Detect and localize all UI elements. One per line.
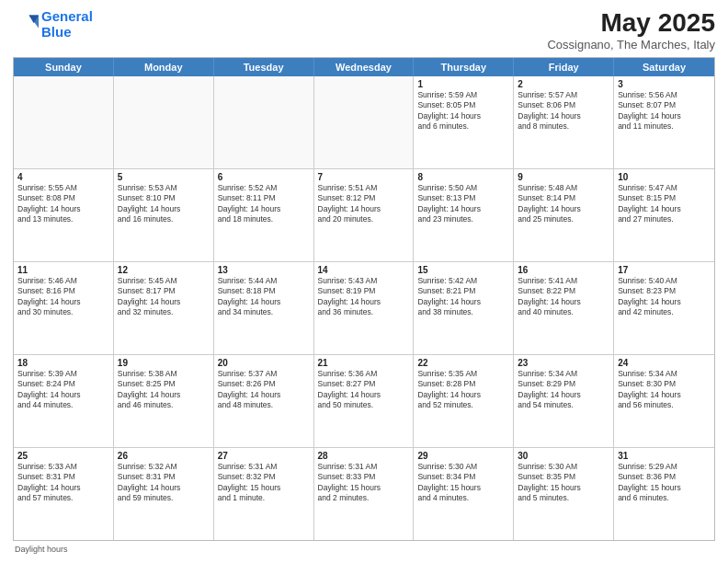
day-info: Sunrise: 5:52 AM Sunset: 8:11 PM Dayligh… bbox=[218, 183, 310, 225]
day-cell: 14Sunrise: 5:43 AM Sunset: 8:19 PM Dayli… bbox=[314, 262, 415, 354]
day-number: 29 bbox=[417, 451, 509, 461]
day-cell: 12Sunrise: 5:45 AM Sunset: 8:17 PM Dayli… bbox=[114, 262, 214, 354]
day-info: Sunrise: 5:36 AM Sunset: 8:27 PM Dayligh… bbox=[318, 369, 410, 411]
day-info: Sunrise: 5:43 AM Sunset: 8:19 PM Dayligh… bbox=[318, 276, 410, 318]
week-row-1: 4Sunrise: 5:55 AM Sunset: 8:08 PM Daylig… bbox=[14, 168, 714, 261]
day-number: 30 bbox=[518, 451, 609, 461]
day-info: Sunrise: 5:47 AM Sunset: 8:15 PM Dayligh… bbox=[618, 183, 711, 225]
page: GeneralBlue May 2025 Cossignano, The Mar… bbox=[0, 0, 728, 563]
day-info: Sunrise: 5:34 AM Sunset: 8:29 PM Dayligh… bbox=[518, 369, 609, 411]
day-headers: SundayMondayTuesdayWednesdayThursdayFrid… bbox=[14, 58, 714, 76]
day-number: 13 bbox=[218, 265, 310, 275]
subtitle: Cossignano, The Marches, Italy bbox=[547, 38, 715, 52]
day-info: Sunrise: 5:30 AM Sunset: 8:35 PM Dayligh… bbox=[518, 462, 609, 504]
day-number: 19 bbox=[118, 358, 210, 368]
day-cell: 24Sunrise: 5:34 AM Sunset: 8:30 PM Dayli… bbox=[614, 355, 714, 447]
day-cell: 15Sunrise: 5:42 AM Sunset: 8:21 PM Dayli… bbox=[414, 262, 514, 354]
day-cell bbox=[314, 76, 415, 168]
day-header-wednesday: Wednesday bbox=[314, 58, 415, 76]
footer: Daylight hours bbox=[13, 545, 715, 554]
day-info: Sunrise: 5:31 AM Sunset: 8:33 PM Dayligh… bbox=[318, 462, 410, 504]
day-info: Sunrise: 5:31 AM Sunset: 8:32 PM Dayligh… bbox=[218, 462, 310, 504]
day-number: 8 bbox=[417, 172, 509, 182]
day-info: Sunrise: 5:50 AM Sunset: 8:13 PM Dayligh… bbox=[417, 183, 509, 225]
day-info: Sunrise: 5:44 AM Sunset: 8:18 PM Dayligh… bbox=[218, 276, 310, 318]
day-number: 15 bbox=[417, 265, 509, 275]
title-block: May 2025 Cossignano, The Marches, Italy bbox=[547, 9, 715, 52]
day-cell: 16Sunrise: 5:41 AM Sunset: 8:22 PM Dayli… bbox=[514, 262, 614, 354]
week-row-2: 11Sunrise: 5:46 AM Sunset: 8:16 PM Dayli… bbox=[14, 261, 714, 354]
day-cell: 20Sunrise: 5:37 AM Sunset: 8:26 PM Dayli… bbox=[214, 355, 314, 447]
day-info: Sunrise: 5:34 AM Sunset: 8:30 PM Dayligh… bbox=[618, 369, 711, 411]
day-cell: 5Sunrise: 5:53 AM Sunset: 8:10 PM Daylig… bbox=[114, 169, 214, 261]
week-row-0: 1Sunrise: 5:59 AM Sunset: 8:05 PM Daylig… bbox=[14, 76, 714, 168]
day-cell: 19Sunrise: 5:38 AM Sunset: 8:25 PM Dayli… bbox=[114, 355, 214, 447]
day-header-sunday: Sunday bbox=[14, 58, 114, 76]
day-info: Sunrise: 5:37 AM Sunset: 8:26 PM Dayligh… bbox=[218, 369, 310, 411]
day-cell: 7Sunrise: 5:51 AM Sunset: 8:12 PM Daylig… bbox=[314, 169, 415, 261]
day-info: Sunrise: 5:53 AM Sunset: 8:10 PM Dayligh… bbox=[118, 183, 210, 225]
main-title: May 2025 bbox=[547, 9, 715, 38]
day-cell: 6Sunrise: 5:52 AM Sunset: 8:11 PM Daylig… bbox=[214, 169, 314, 261]
day-number: 18 bbox=[17, 358, 109, 368]
day-number: 1 bbox=[417, 79, 509, 89]
day-cell bbox=[114, 76, 214, 168]
daylight-label: Daylight hours bbox=[15, 545, 68, 554]
week-row-3: 18Sunrise: 5:39 AM Sunset: 8:24 PM Dayli… bbox=[14, 354, 714, 447]
day-number: 21 bbox=[318, 358, 410, 368]
day-info: Sunrise: 5:32 AM Sunset: 8:31 PM Dayligh… bbox=[118, 462, 210, 504]
day-cell: 11Sunrise: 5:46 AM Sunset: 8:16 PM Dayli… bbox=[14, 262, 114, 354]
day-header-saturday: Saturday bbox=[614, 58, 714, 76]
day-number: 23 bbox=[518, 358, 609, 368]
day-info: Sunrise: 5:41 AM Sunset: 8:22 PM Dayligh… bbox=[518, 276, 609, 318]
day-info: Sunrise: 5:35 AM Sunset: 8:28 PM Dayligh… bbox=[417, 369, 509, 411]
day-number: 5 bbox=[118, 172, 210, 182]
day-info: Sunrise: 5:40 AM Sunset: 8:23 PM Dayligh… bbox=[618, 276, 711, 318]
day-cell: 13Sunrise: 5:44 AM Sunset: 8:18 PM Dayli… bbox=[214, 262, 314, 354]
day-number: 10 bbox=[618, 172, 711, 182]
day-cell: 26Sunrise: 5:32 AM Sunset: 8:31 PM Dayli… bbox=[114, 448, 214, 540]
day-cell: 23Sunrise: 5:34 AM Sunset: 8:29 PM Dayli… bbox=[514, 355, 614, 447]
day-number: 9 bbox=[518, 172, 609, 182]
day-header-monday: Monday bbox=[114, 58, 214, 76]
day-number: 26 bbox=[118, 451, 210, 461]
day-number: 16 bbox=[518, 265, 609, 275]
day-info: Sunrise: 5:51 AM Sunset: 8:12 PM Dayligh… bbox=[318, 183, 410, 225]
day-cell: 22Sunrise: 5:35 AM Sunset: 8:28 PM Dayli… bbox=[414, 355, 514, 447]
day-info: Sunrise: 5:42 AM Sunset: 8:21 PM Dayligh… bbox=[417, 276, 509, 318]
day-number: 31 bbox=[618, 451, 711, 461]
day-cell: 1Sunrise: 5:59 AM Sunset: 8:05 PM Daylig… bbox=[414, 76, 514, 168]
day-number: 4 bbox=[17, 172, 109, 182]
weeks: 1Sunrise: 5:59 AM Sunset: 8:05 PM Daylig… bbox=[14, 76, 714, 540]
day-number: 6 bbox=[218, 172, 310, 182]
day-number: 3 bbox=[618, 79, 711, 89]
day-number: 14 bbox=[318, 265, 410, 275]
day-info: Sunrise: 5:56 AM Sunset: 8:07 PM Dayligh… bbox=[618, 90, 711, 132]
day-number: 11 bbox=[17, 265, 109, 275]
day-cell: 30Sunrise: 5:30 AM Sunset: 8:35 PM Dayli… bbox=[514, 448, 614, 540]
day-info: Sunrise: 5:45 AM Sunset: 8:17 PM Dayligh… bbox=[118, 276, 210, 318]
day-cell: 17Sunrise: 5:40 AM Sunset: 8:23 PM Dayli… bbox=[614, 262, 714, 354]
day-info: Sunrise: 5:55 AM Sunset: 8:08 PM Dayligh… bbox=[17, 183, 109, 225]
day-cell: 18Sunrise: 5:39 AM Sunset: 8:24 PM Dayli… bbox=[14, 355, 114, 447]
day-header-tuesday: Tuesday bbox=[214, 58, 314, 76]
day-number: 12 bbox=[118, 265, 210, 275]
header: GeneralBlue May 2025 Cossignano, The Mar… bbox=[13, 9, 715, 52]
day-info: Sunrise: 5:33 AM Sunset: 8:31 PM Dayligh… bbox=[17, 462, 109, 504]
week-row-4: 25Sunrise: 5:33 AM Sunset: 8:31 PM Dayli… bbox=[14, 447, 714, 540]
day-cell: 3Sunrise: 5:56 AM Sunset: 8:07 PM Daylig… bbox=[614, 76, 714, 168]
day-cell: 2Sunrise: 5:57 AM Sunset: 8:06 PM Daylig… bbox=[514, 76, 614, 168]
day-cell bbox=[14, 76, 114, 168]
day-cell: 28Sunrise: 5:31 AM Sunset: 8:33 PM Dayli… bbox=[314, 448, 415, 540]
day-info: Sunrise: 5:39 AM Sunset: 8:24 PM Dayligh… bbox=[17, 369, 109, 411]
day-cell: 27Sunrise: 5:31 AM Sunset: 8:32 PM Dayli… bbox=[214, 448, 314, 540]
day-cell: 9Sunrise: 5:48 AM Sunset: 8:14 PM Daylig… bbox=[514, 169, 614, 261]
day-number: 24 bbox=[618, 358, 711, 368]
day-number: 7 bbox=[318, 172, 410, 182]
day-info: Sunrise: 5:29 AM Sunset: 8:36 PM Dayligh… bbox=[618, 462, 711, 504]
day-info: Sunrise: 5:57 AM Sunset: 8:06 PM Dayligh… bbox=[518, 90, 609, 132]
calendar: SundayMondayTuesdayWednesdayThursdayFrid… bbox=[13, 57, 715, 541]
day-info: Sunrise: 5:30 AM Sunset: 8:34 PM Dayligh… bbox=[417, 462, 509, 504]
logo: GeneralBlue bbox=[13, 9, 93, 40]
day-cell bbox=[214, 76, 314, 168]
